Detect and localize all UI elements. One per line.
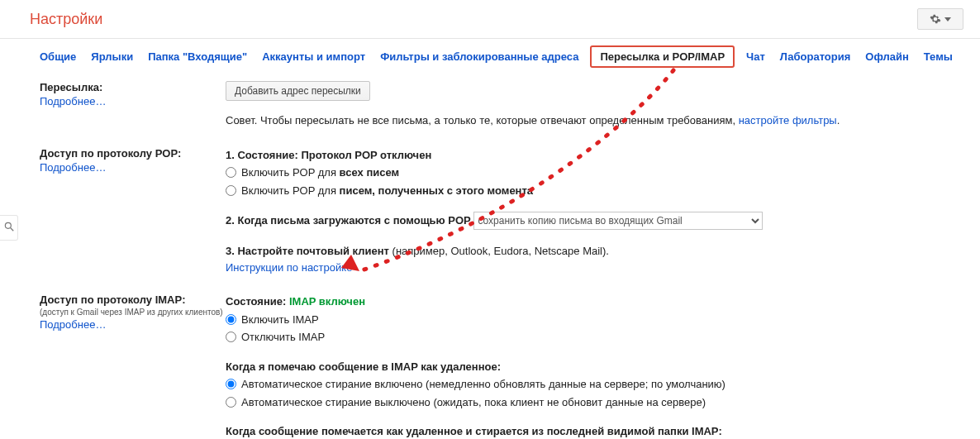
pop-enable-all-bold: всех писем <box>340 166 400 179</box>
imap-lastfolder-title: Когда сообщение помечается как удаленное… <box>226 423 963 439</box>
tab-general[interactable]: Общие <box>40 50 76 63</box>
pop-enable-all-radio[interactable] <box>226 167 236 178</box>
pop-step3-rest: (например, Outlook, Eudora, Netscape Mai… <box>389 245 609 257</box>
pop-enable-new-radio[interactable] <box>226 185 236 196</box>
imap-status-prefix: Состояние: <box>226 295 289 308</box>
pop-label: Доступ по протоколу POP: <box>40 147 181 160</box>
pop-instructions-link[interactable]: Инструкции по настройке <box>226 261 352 274</box>
section-pop: Доступ по протоколу POP: Подробнее… 1. С… <box>40 141 963 288</box>
pop-learn-more-link[interactable]: Подробнее… <box>40 161 226 174</box>
search-icon <box>3 221 15 232</box>
tab-offline[interactable]: Офлайн <box>865 50 909 63</box>
imap-learn-more-link[interactable]: Подробнее… <box>40 318 226 331</box>
add-forwarding-address-button[interactable]: Добавить адрес пересылки <box>226 81 370 101</box>
chevron-down-icon <box>944 17 951 21</box>
configure-filters-link[interactable]: настройте фильтры <box>739 114 837 126</box>
pop-step3-bold: 3. Настройте почтовый клиент <box>226 245 389 257</box>
gear-icon <box>930 13 941 25</box>
forwarding-hint-text: Совет. Чтобы пересылать не все письма, а… <box>226 114 739 126</box>
imap-status-on: IMAP включен <box>289 295 365 308</box>
forwarding-hint-suffix: . <box>837 114 840 126</box>
imap-disable-label: Отключить IMAP <box>241 329 325 346</box>
left-search-tab[interactable] <box>0 215 18 241</box>
imap-expunge-off-label: Автоматическое стирание выключено (ожида… <box>241 394 706 411</box>
imap-expunge-on-radio[interactable] <box>226 379 236 389</box>
tab-labs[interactable]: Лаборатория <box>780 50 850 63</box>
tab-forwarding-pop-imap[interactable]: Пересылка и POP/IMAP <box>590 45 735 68</box>
tab-accounts[interactable]: Аккаунты и импорт <box>262 50 365 63</box>
settings-gear-button[interactable] <box>917 8 963 30</box>
tab-labels[interactable]: Ярлыки <box>91 50 133 63</box>
imap-label: Доступ по протоколу IMAP: <box>40 293 185 306</box>
svg-line-1 <box>10 228 13 231</box>
imap-disable-radio[interactable] <box>226 332 236 342</box>
pop-enable-all-prefix: Включить POP для <box>241 166 340 179</box>
tab-themes[interactable]: Темы <box>924 50 953 63</box>
settings-tabs: Общие Ярлыки Папка "Входящие" Аккаунты и… <box>0 39 980 69</box>
imap-sublabel: (доступ к Gmail через IMAP из других кли… <box>40 308 226 317</box>
forwarding-learn-more-link[interactable]: Подробнее… <box>40 95 226 107</box>
imap-enable-radio[interactable] <box>226 314 236 325</box>
pop-action-select[interactable]: сохранить копию письма во входящих Gmail <box>473 212 763 230</box>
forwarding-label: Пересылка: <box>40 81 102 93</box>
imap-expunge-on-label: Автоматическое стирание включено (немедл… <box>241 376 725 393</box>
pop-status: Протокол POP отключен <box>301 149 431 161</box>
svg-point-0 <box>5 222 11 228</box>
section-imap: Доступ по протоколу IMAP: (доступ к Gmai… <box>40 287 963 439</box>
imap-enable-label: Включить IMAP <box>241 312 319 328</box>
page-title: Настройки <box>30 11 102 28</box>
imap-expunge-off-radio[interactable] <box>226 397 236 408</box>
tab-filters[interactable]: Фильтры и заблокированные адреса <box>380 50 578 63</box>
pop-status-prefix: 1. Состояние: <box>226 149 301 161</box>
pop-step2-label: 2. Когда письма загружаются с помощью PO… <box>226 214 471 227</box>
pop-enable-new-prefix: Включить POP для <box>241 184 340 197</box>
imap-expunge-title: Когда я помечаю сообщение в IMAP как уда… <box>226 359 963 375</box>
tab-inbox[interactable]: Папка "Входящие" <box>148 50 247 63</box>
tab-chat[interactable]: Чат <box>746 50 765 63</box>
section-forwarding: Пересылка: Подробнее… Добавить адрес пер… <box>40 74 963 141</box>
pop-enable-new-bold: писем, полученных с этого момента <box>340 184 533 197</box>
